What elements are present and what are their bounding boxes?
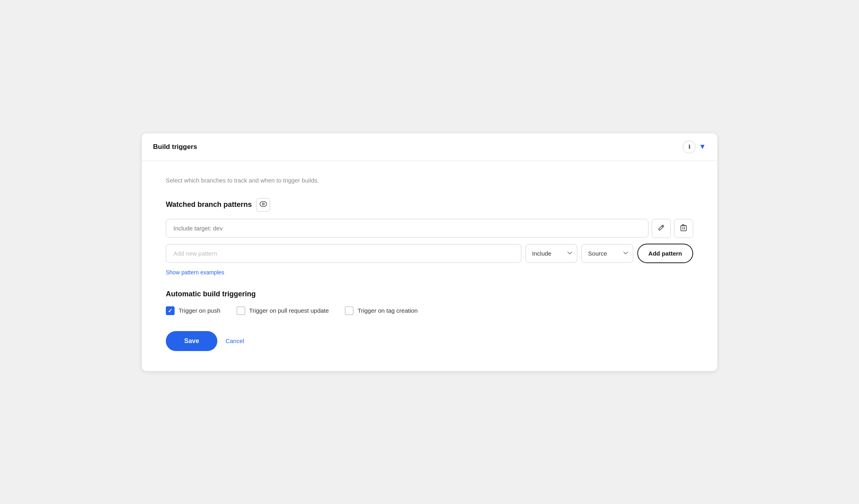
header-icons: ℹ ▼ <box>683 141 706 153</box>
eye-icon-button[interactable] <box>257 198 270 212</box>
checkboxes-row: Trigger on push Trigger on pull request … <box>166 306 693 315</box>
edit-icon <box>658 224 664 232</box>
trigger-on-push-item[interactable]: Trigger on push <box>166 306 221 315</box>
trigger-on-pull-request-label: Trigger on pull request update <box>249 307 329 314</box>
subtitle-text: Select which branches to track and when … <box>166 177 693 184</box>
auto-trigger-title: Automatic build triggering <box>166 290 693 298</box>
actions-row: Save Cancel <box>166 331 693 351</box>
add-pattern-input[interactable] <box>166 244 521 263</box>
info-icon-button[interactable]: ℹ <box>683 141 696 153</box>
trigger-on-pull-request-item[interactable]: Trigger on pull request update <box>237 306 329 315</box>
trigger-on-tag-creation-item[interactable]: Trigger on tag creation <box>345 306 418 315</box>
trigger-on-push-label: Trigger on push <box>179 307 221 314</box>
edit-pattern-button[interactable] <box>652 219 671 238</box>
existing-pattern-input[interactable] <box>166 219 648 238</box>
add-pattern-row: Include Exclude Source Target Add patter… <box>166 244 693 263</box>
card-title: Build triggers <box>153 143 197 151</box>
include-select[interactable]: Include Exclude <box>525 244 577 263</box>
trigger-on-tag-creation-label: Trigger on tag creation <box>358 307 418 314</box>
existing-pattern-row <box>166 219 693 238</box>
cancel-link[interactable]: Cancel <box>225 337 244 344</box>
add-pattern-button[interactable]: Add pattern <box>637 244 693 263</box>
build-triggers-card: Build triggers ℹ ▼ Select which branches… <box>142 133 717 371</box>
trigger-on-push-checkbox[interactable] <box>166 306 175 315</box>
eye-icon <box>260 201 267 208</box>
watched-title-text: Watched branch patterns <box>166 200 252 209</box>
info-icon: ℹ <box>688 144 690 150</box>
source-select-wrapper: Source Target <box>581 244 633 263</box>
chevron-down-icon: ▼ <box>699 143 706 151</box>
watched-section-title: Watched branch patterns <box>166 198 693 212</box>
card-body: Select which branches to track and when … <box>142 161 717 371</box>
svg-rect-2 <box>681 226 686 231</box>
svg-point-1 <box>262 203 264 205</box>
delete-pattern-button[interactable] <box>674 219 693 238</box>
save-button[interactable]: Save <box>166 331 217 351</box>
source-select[interactable]: Source Target <box>581 244 633 263</box>
show-examples-link[interactable]: Show pattern examples <box>166 269 224 276</box>
trigger-on-pull-request-checkbox[interactable] <box>237 306 245 315</box>
svg-point-0 <box>260 202 267 207</box>
trigger-on-tag-creation-checkbox[interactable] <box>345 306 354 315</box>
include-select-wrapper: Include Exclude <box>525 244 577 263</box>
card-header: Build triggers ℹ ▼ <box>142 133 717 161</box>
trash-icon <box>680 224 687 233</box>
collapse-button[interactable]: ▼ <box>699 143 706 151</box>
